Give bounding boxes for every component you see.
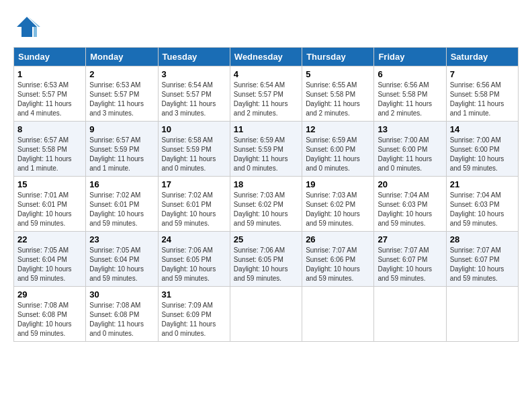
day-number: 14 <box>450 124 515 134</box>
day-number: 2 <box>89 69 154 79</box>
day-number: 19 <box>306 179 370 189</box>
calendar-cell: 29Sunrise: 7:08 AM Sunset: 6:08 PM Dayli… <box>14 287 86 342</box>
day-info: Sunrise: 7:03 AM Sunset: 6:02 PM Dayligh… <box>234 191 298 228</box>
day-info: Sunrise: 7:08 AM Sunset: 6:08 PM Dayligh… <box>89 301 154 338</box>
calendar-cell: 18Sunrise: 7:03 AM Sunset: 6:02 PM Dayli… <box>230 177 302 232</box>
day-info: Sunrise: 6:54 AM Sunset: 5:57 PM Dayligh… <box>162 81 226 118</box>
day-number: 29 <box>17 289 82 300</box>
weekday-header-monday: Monday <box>86 48 158 66</box>
day-number: 10 <box>162 124 226 134</box>
weekday-header-thursday: Thursday <box>302 48 374 66</box>
day-number: 9 <box>89 124 154 134</box>
calendar-week-2: 8Sunrise: 6:57 AM Sunset: 5:58 PM Daylig… <box>14 122 519 177</box>
day-info: Sunrise: 7:06 AM Sunset: 6:05 PM Dayligh… <box>234 246 298 283</box>
day-number: 11 <box>234 124 298 134</box>
calendar-cell: 8Sunrise: 6:57 AM Sunset: 5:58 PM Daylig… <box>14 122 86 177</box>
day-info: Sunrise: 7:07 AM Sunset: 6:06 PM Dayligh… <box>306 246 370 283</box>
day-number: 21 <box>450 179 515 189</box>
day-info: Sunrise: 7:01 AM Sunset: 6:01 PM Dayligh… <box>17 191 82 228</box>
day-number: 18 <box>234 179 298 189</box>
day-number: 16 <box>89 179 154 189</box>
logo-icon <box>13 13 40 40</box>
day-number: 8 <box>17 124 82 134</box>
calendar-cell: 11Sunrise: 6:59 AM Sunset: 5:59 PM Dayli… <box>230 122 302 177</box>
day-info: Sunrise: 6:59 AM Sunset: 6:00 PM Dayligh… <box>306 136 370 173</box>
calendar-cell: 31Sunrise: 7:09 AM Sunset: 6:09 PM Dayli… <box>158 287 230 342</box>
day-number: 15 <box>17 179 82 189</box>
day-info: Sunrise: 6:59 AM Sunset: 5:59 PM Dayligh… <box>234 136 298 173</box>
weekday-header-friday: Friday <box>374 48 446 66</box>
calendar-cell: 27Sunrise: 7:07 AM Sunset: 6:07 PM Dayli… <box>374 232 446 287</box>
day-number: 24 <box>162 234 226 244</box>
calendar-cell: 5Sunrise: 6:55 AM Sunset: 5:58 PM Daylig… <box>302 66 374 122</box>
day-number: 3 <box>162 69 226 79</box>
calendar-cell: 24Sunrise: 7:06 AM Sunset: 6:05 PM Dayli… <box>158 232 230 287</box>
calendar-cell <box>374 287 446 342</box>
calendar-header-row: SundayMondayTuesdayWednesdayThursdayFrid… <box>14 48 519 66</box>
day-info: Sunrise: 6:58 AM Sunset: 5:59 PM Dayligh… <box>162 136 226 173</box>
day-info: Sunrise: 7:05 AM Sunset: 6:04 PM Dayligh… <box>89 246 154 283</box>
day-number: 23 <box>89 234 154 244</box>
day-number: 13 <box>378 124 442 134</box>
calendar-cell: 20Sunrise: 7:04 AM Sunset: 6:03 PM Dayli… <box>374 177 446 232</box>
calendar-week-3: 15Sunrise: 7:01 AM Sunset: 6:01 PM Dayli… <box>14 177 519 232</box>
day-number: 5 <box>306 69 370 79</box>
weekday-header-sunday: Sunday <box>14 48 86 66</box>
day-number: 30 <box>89 289 154 300</box>
calendar-cell: 26Sunrise: 7:07 AM Sunset: 6:06 PM Dayli… <box>302 232 374 287</box>
day-info: Sunrise: 6:56 AM Sunset: 5:58 PM Dayligh… <box>450 81 515 118</box>
calendar-cell: 4Sunrise: 6:54 AM Sunset: 5:57 PM Daylig… <box>230 66 302 122</box>
calendar-cell: 7Sunrise: 6:56 AM Sunset: 5:58 PM Daylig… <box>446 66 518 122</box>
day-info: Sunrise: 7:07 AM Sunset: 6:07 PM Dayligh… <box>450 246 515 283</box>
calendar-cell <box>302 287 374 342</box>
day-info: Sunrise: 7:02 AM Sunset: 6:01 PM Dayligh… <box>162 191 226 228</box>
day-info: Sunrise: 7:02 AM Sunset: 6:01 PM Dayligh… <box>89 191 154 228</box>
day-info: Sunrise: 6:53 AM Sunset: 5:57 PM Dayligh… <box>17 81 82 118</box>
day-info: Sunrise: 7:00 AM Sunset: 6:00 PM Dayligh… <box>378 136 442 173</box>
day-number: 22 <box>17 234 82 244</box>
calendar-cell: 22Sunrise: 7:05 AM Sunset: 6:04 PM Dayli… <box>14 232 86 287</box>
day-info: Sunrise: 6:53 AM Sunset: 5:57 PM Dayligh… <box>89 81 154 118</box>
calendar-cell: 15Sunrise: 7:01 AM Sunset: 6:01 PM Dayli… <box>14 177 86 232</box>
calendar-cell: 30Sunrise: 7:08 AM Sunset: 6:08 PM Dayli… <box>86 287 158 342</box>
day-info: Sunrise: 7:00 AM Sunset: 6:00 PM Dayligh… <box>450 136 515 173</box>
day-info: Sunrise: 6:57 AM Sunset: 5:58 PM Dayligh… <box>17 136 82 173</box>
day-info: Sunrise: 6:56 AM Sunset: 5:58 PM Dayligh… <box>378 81 442 118</box>
day-number: 1 <box>17 69 82 79</box>
calendar-cell: 13Sunrise: 7:00 AM Sunset: 6:00 PM Dayli… <box>374 122 446 177</box>
day-number: 12 <box>306 124 370 134</box>
calendar-cell <box>230 287 302 342</box>
calendar-table: SundayMondayTuesdayWednesdayThursdayFrid… <box>13 47 519 342</box>
day-info: Sunrise: 6:54 AM Sunset: 5:57 PM Dayligh… <box>234 81 298 118</box>
day-info: Sunrise: 7:07 AM Sunset: 6:07 PM Dayligh… <box>378 246 442 283</box>
calendar-cell: 6Sunrise: 6:56 AM Sunset: 5:58 PM Daylig… <box>374 66 446 122</box>
calendar-week-4: 22Sunrise: 7:05 AM Sunset: 6:04 PM Dayli… <box>14 232 519 287</box>
calendar-cell: 21Sunrise: 7:04 AM Sunset: 6:03 PM Dayli… <box>446 177 518 232</box>
calendar-cell: 3Sunrise: 6:54 AM Sunset: 5:57 PM Daylig… <box>158 66 230 122</box>
calendar-cell: 10Sunrise: 6:58 AM Sunset: 5:59 PM Dayli… <box>158 122 230 177</box>
page-header <box>13 13 519 40</box>
day-info: Sunrise: 6:57 AM Sunset: 5:59 PM Dayligh… <box>89 136 154 173</box>
day-info: Sunrise: 7:06 AM Sunset: 6:05 PM Dayligh… <box>162 246 226 283</box>
day-number: 31 <box>162 289 226 300</box>
day-info: Sunrise: 7:04 AM Sunset: 6:03 PM Dayligh… <box>450 191 515 228</box>
calendar-cell: 16Sunrise: 7:02 AM Sunset: 6:01 PM Dayli… <box>86 177 158 232</box>
calendar-cell: 9Sunrise: 6:57 AM Sunset: 5:59 PM Daylig… <box>86 122 158 177</box>
calendar-cell: 14Sunrise: 7:00 AM Sunset: 6:00 PM Dayli… <box>446 122 518 177</box>
day-info: Sunrise: 7:03 AM Sunset: 6:02 PM Dayligh… <box>306 191 370 228</box>
day-number: 17 <box>162 179 226 189</box>
day-info: Sunrise: 7:05 AM Sunset: 6:04 PM Dayligh… <box>17 246 82 283</box>
day-number: 25 <box>234 234 298 244</box>
calendar-cell <box>446 287 518 342</box>
calendar-cell: 2Sunrise: 6:53 AM Sunset: 5:57 PM Daylig… <box>86 66 158 122</box>
day-number: 6 <box>378 69 442 79</box>
weekday-header-wednesday: Wednesday <box>230 48 302 66</box>
day-number: 20 <box>378 179 442 189</box>
day-info: Sunrise: 7:09 AM Sunset: 6:09 PM Dayligh… <box>162 301 226 338</box>
logo <box>13 13 44 40</box>
calendar-cell: 17Sunrise: 7:02 AM Sunset: 6:01 PM Dayli… <box>158 177 230 232</box>
day-number: 7 <box>450 69 515 79</box>
calendar-cell: 25Sunrise: 7:06 AM Sunset: 6:05 PM Dayli… <box>230 232 302 287</box>
day-info: Sunrise: 7:08 AM Sunset: 6:08 PM Dayligh… <box>17 301 82 338</box>
day-number: 4 <box>234 69 298 79</box>
